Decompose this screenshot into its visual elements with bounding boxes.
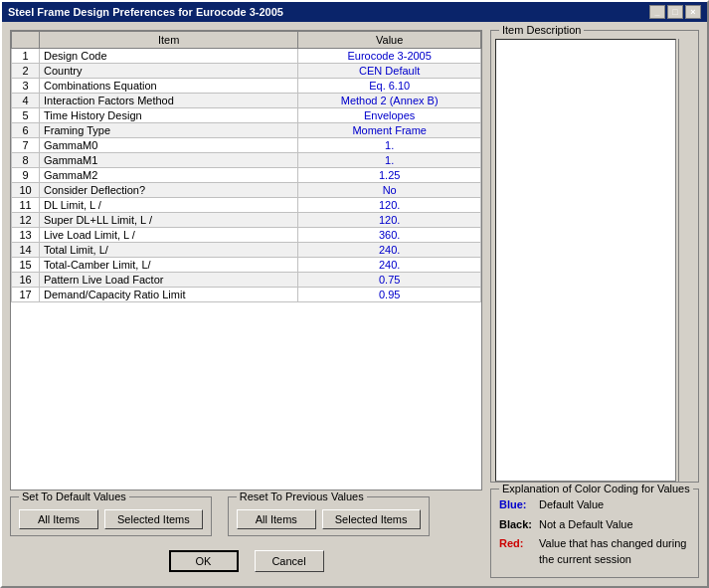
row-num: 1	[12, 49, 40, 64]
color-desc: Value that has changed during the curren…	[539, 536, 690, 567]
row-value: Eq. 6.10	[298, 79, 481, 94]
table-row[interactable]: 6Framing TypeMoment Frame	[12, 123, 481, 138]
row-value: Moment Frame	[298, 123, 481, 138]
main-window: Steel Frame Design Preferences for Euroc…	[0, 0, 709, 588]
reset-previous-selected-items-button[interactable]: Selected Items	[322, 509, 421, 529]
table-row[interactable]: 5Time History DesignEnvelopes	[12, 108, 481, 123]
color-coding-entries: Blue:Default ValueBlack:Not a Default Va…	[499, 497, 690, 567]
reset-previous-title: Reset To Previous Values	[237, 490, 367, 502]
row-item: Country	[40, 64, 298, 79]
table-row[interactable]: 1Design CodeEurocode 3-2005	[12, 49, 481, 64]
cancel-button[interactable]: Cancel	[255, 550, 324, 572]
table-row[interactable]: 10Consider Deflection?No	[12, 183, 481, 198]
row-item: DL Limit, L /	[40, 198, 298, 213]
table-row[interactable]: 15Total-Camber Limit, L/240.	[12, 258, 481, 273]
right-panel: Item Description Explanation of Color Co…	[490, 30, 699, 578]
col-header-value: Value	[298, 32, 481, 49]
table-row[interactable]: 11DL Limit, L /120.	[12, 198, 481, 213]
close-button[interactable]: ×	[685, 5, 701, 19]
table-row[interactable]: 8GammaM11.	[12, 153, 481, 168]
row-value: No	[298, 183, 481, 198]
table-row[interactable]: 4Interaction Factors MethodMethod 2 (Ann…	[12, 94, 481, 108]
title-bar-buttons: _ □ ×	[649, 5, 701, 19]
set-defaults-all-items-button[interactable]: All Items	[19, 509, 98, 529]
table-row[interactable]: 14Total Limit, L/240.	[12, 243, 481, 258]
row-item: GammaM2	[40, 168, 298, 183]
item-description-box: Item Description	[490, 30, 699, 483]
table-row[interactable]: 7GammaM01.	[12, 138, 481, 153]
table-row[interactable]: 16Pattern Live Load Factor0.75	[12, 273, 481, 288]
row-value: 0.75	[298, 273, 481, 288]
preferences-table-container[interactable]: Item Value 1Design CodeEurocode 3-20052C…	[10, 30, 482, 490]
reset-previous-group: Reset To Previous Values All Items Selec…	[228, 496, 430, 536]
col-header-num	[12, 32, 40, 49]
row-num: 13	[12, 228, 40, 243]
row-num: 5	[12, 108, 40, 123]
table-row[interactable]: 2CountryCEN Default	[12, 64, 481, 79]
row-num: 16	[12, 273, 40, 288]
color-label: Blue:	[499, 497, 539, 512]
row-num: 2	[12, 64, 40, 79]
color-desc: Default Value	[539, 497, 690, 512]
row-item: Design Code	[40, 49, 298, 64]
row-item: Live Load Limit, L /	[40, 228, 298, 243]
preferences-table: Item Value 1Design CodeEurocode 3-20052C…	[11, 31, 481, 302]
item-description-title: Item Description	[499, 24, 584, 36]
row-value: 120.	[298, 198, 481, 213]
row-item: Pattern Live Load Factor	[40, 273, 298, 288]
set-defaults-selected-items-button[interactable]: Selected Items	[104, 509, 203, 529]
ok-cancel-area: OK Cancel	[10, 546, 482, 578]
row-num: 11	[12, 198, 40, 213]
row-value: 0.95	[298, 288, 481, 302]
minimize-button[interactable]: _	[649, 5, 665, 19]
row-value: 240.	[298, 243, 481, 258]
color-coding-entry: Black:Not a Default Value	[499, 517, 690, 532]
color-coding-entry: Blue:Default Value	[499, 497, 690, 512]
row-item: GammaM0	[40, 138, 298, 153]
row-value: 360.	[298, 228, 481, 243]
row-item: Total-Camber Limit, L/	[40, 258, 298, 273]
row-value: 120.	[298, 213, 481, 228]
row-num: 4	[12, 94, 40, 108]
row-num: 3	[12, 79, 40, 94]
row-item: Interaction Factors Method	[40, 94, 298, 108]
col-header-item: Item	[40, 32, 298, 49]
table-row[interactable]: 9GammaM21.25	[12, 168, 481, 183]
row-value: 1.	[298, 153, 481, 168]
row-num: 9	[12, 168, 40, 183]
reset-previous-all-items-button[interactable]: All Items	[237, 509, 316, 529]
table-row[interactable]: 3Combinations EquationEq. 6.10	[12, 79, 481, 94]
color-coding-entry: Red:Value that has changed during the cu…	[499, 536, 690, 567]
table-row[interactable]: 13Live Load Limit, L /360.	[12, 228, 481, 243]
row-num: 6	[12, 123, 40, 138]
maximize-button[interactable]: □	[667, 5, 683, 19]
row-value: 1.25	[298, 168, 481, 183]
color-coding-title: Explanation of Color Coding for Values	[499, 483, 693, 494]
set-defaults-title: Set To Default Values	[19, 490, 129, 502]
row-value: 240.	[298, 258, 481, 273]
row-value: Method 2 (Annex B)	[298, 94, 481, 108]
row-item: Super DL+LL Limit, L /	[40, 213, 298, 228]
set-defaults-group: Set To Default Values All Items Selected…	[10, 496, 212, 536]
row-item: GammaM1	[40, 153, 298, 168]
color-label: Black:	[499, 517, 539, 532]
row-num: 14	[12, 243, 40, 258]
row-value: CEN Default	[298, 64, 481, 79]
row-item: Framing Type	[40, 123, 298, 138]
row-num: 17	[12, 288, 40, 302]
ok-button[interactable]: OK	[169, 550, 239, 572]
table-row[interactable]: 12Super DL+LL Limit, L /120.	[12, 213, 481, 228]
row-num: 12	[12, 213, 40, 228]
row-num: 10	[12, 183, 40, 198]
color-coding-box: Explanation of Color Coding for Values B…	[490, 489, 699, 578]
scrollbar[interactable]	[678, 39, 694, 482]
color-desc: Not a Default Value	[539, 517, 690, 532]
row-item: Demand/Capacity Ratio Limit	[40, 288, 298, 302]
item-description-textarea[interactable]	[495, 39, 676, 482]
row-value: Envelopes	[298, 108, 481, 123]
color-label: Red:	[499, 536, 539, 567]
row-item: Time History Design	[40, 108, 298, 123]
row-num: 15	[12, 258, 40, 273]
table-row[interactable]: 17Demand/Capacity Ratio Limit0.95	[12, 288, 481, 302]
row-value: Eurocode 3-2005	[298, 49, 481, 64]
